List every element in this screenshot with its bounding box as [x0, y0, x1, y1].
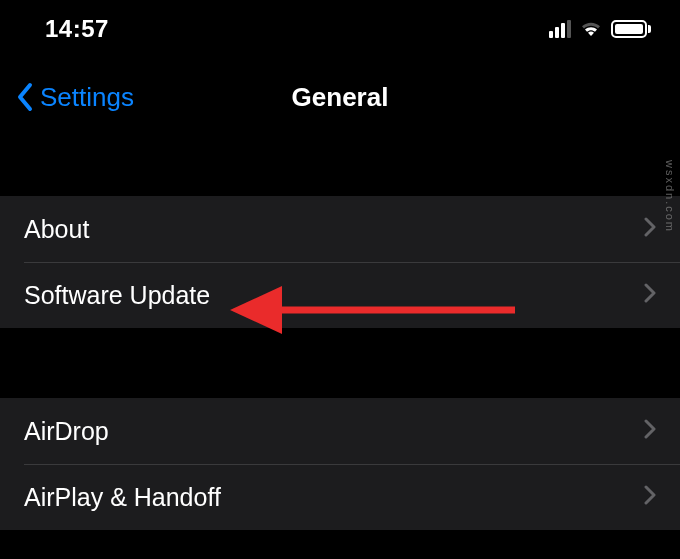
chevron-right-icon [644, 419, 656, 443]
chevron-right-icon [644, 217, 656, 241]
list-group-2: AirDrop AirPlay & Handoff [0, 398, 680, 530]
wifi-icon [579, 20, 603, 38]
list-group-1: About Software Update [0, 196, 680, 328]
back-button[interactable]: Settings [16, 82, 134, 113]
chevron-right-icon [644, 485, 656, 509]
navigation-bar: Settings General [0, 58, 680, 136]
section-gap [0, 328, 680, 398]
battery-icon [611, 20, 651, 38]
list-item-label: AirDrop [24, 417, 109, 446]
status-time: 14:57 [45, 15, 109, 43]
back-label: Settings [40, 82, 134, 113]
list-item-airdrop[interactable]: AirDrop [0, 398, 680, 464]
watermark: wsxdn.com [664, 160, 676, 233]
list-item-about[interactable]: About [0, 196, 680, 262]
chevron-right-icon [644, 283, 656, 307]
status-bar: 14:57 [0, 0, 680, 58]
status-icons [549, 20, 651, 38]
page-title: General [292, 82, 389, 113]
chevron-left-icon [16, 82, 34, 112]
list-item-software-update[interactable]: Software Update [0, 262, 680, 328]
list-item-label: Software Update [24, 281, 210, 310]
list-item-label: AirPlay & Handoff [24, 483, 221, 512]
list-item-airplay-handoff[interactable]: AirPlay & Handoff [0, 464, 680, 530]
section-gap [0, 136, 680, 196]
cellular-signal-icon [549, 20, 571, 38]
list-item-label: About [24, 215, 89, 244]
